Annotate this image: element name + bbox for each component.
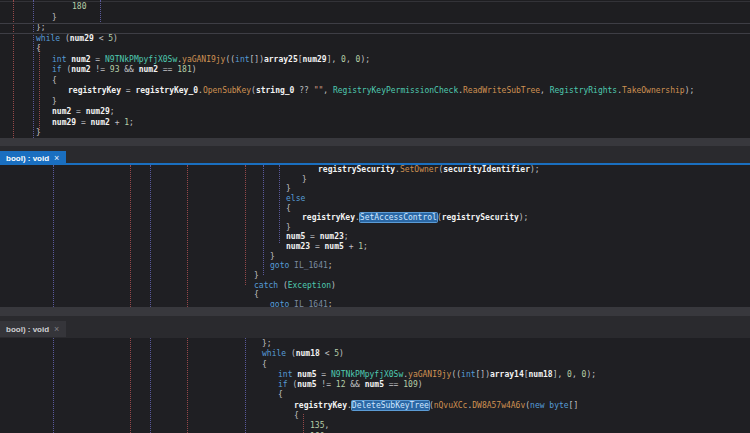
- code-token: !=: [317, 380, 336, 389]
- code-line: {: [0, 44, 750, 55]
- code-token: num29: [86, 107, 110, 116]
- code-token: while: [262, 349, 286, 358]
- code-token: N9TNkPMpyfjX0Sw: [105, 55, 177, 64]
- tab-label: bool) : void: [6, 325, 49, 334]
- code-token: }: [286, 223, 291, 232]
- code-token: ,: [346, 55, 356, 64]
- code-line: {: [0, 390, 750, 400]
- code-token: num5: [365, 380, 384, 389]
- code-token: };: [36, 23, 46, 32]
- code-editor-middle[interactable]: registrySecurity.SetOwner(securityIdenti…: [0, 165, 750, 307]
- code-line: else: [0, 194, 750, 204]
- code-line: int num5 = N9TNkPMpyfjX0Sw.yaGANI9jy((in…: [0, 370, 750, 380]
- code-token: RegistryRights: [550, 86, 617, 95]
- code-token: string_0: [256, 86, 295, 95]
- code-token: +: [344, 242, 358, 251]
- code-line: }: [0, 13, 750, 24]
- code-token: 12: [336, 380, 346, 389]
- code-token: }: [36, 128, 41, 137]
- code-token: }: [286, 184, 291, 193]
- code-token: =: [71, 107, 85, 116]
- code-token: 93: [110, 65, 120, 74]
- code-line: {: [0, 76, 750, 87]
- code-token: ): [192, 65, 197, 74]
- code-token: =: [91, 55, 105, 64]
- tab-bool-void-inactive[interactable]: bool) : void ×: [0, 321, 66, 337]
- code-token: N9TNkPMpyfjX0Sw: [331, 370, 403, 379]
- code-token: &&: [345, 380, 364, 389]
- code-token: num18: [296, 349, 320, 358]
- horizontal-splitter[interactable]: [0, 138, 750, 146]
- code-token: num23: [320, 232, 344, 241]
- code-token: );: [586, 370, 596, 379]
- code-line: registryKey.SetAccessControl(registrySec…: [0, 213, 750, 223]
- code-line: };: [0, 23, 750, 34]
- code-token: IL_1641: [294, 261, 328, 270]
- code-token: ): [113, 34, 118, 43]
- code-line: {: [0, 290, 750, 300]
- code-token: }: [52, 97, 57, 106]
- code-editor-bottom[interactable]: };while (num18 < 5){int num5 = N9TNkPMpy…: [0, 338, 750, 433]
- code-token: (: [60, 34, 70, 43]
- code-token: num2: [71, 55, 90, 64]
- code-token: 180: [72, 2, 86, 11]
- code-line: {: [0, 411, 750, 421]
- code-line: 180: [0, 2, 750, 13]
- code-token: num2: [71, 65, 90, 74]
- code-editor-top[interactable]: 180}};while (num29 < 5){int num2 = N9TNk…: [0, 0, 750, 138]
- code-token: goto: [270, 261, 289, 270]
- code-line: num29 = num2 + 1;: [0, 118, 750, 129]
- code-line: catch (Exception): [0, 281, 750, 291]
- code-token: {: [254, 290, 259, 299]
- code-token: num29: [70, 34, 94, 43]
- code-token: ;: [328, 261, 333, 270]
- code-token: (: [62, 65, 72, 74]
- code-token: array25: [264, 55, 298, 64]
- code-token: IL_1641: [294, 300, 328, 307]
- code-token: ((: [451, 370, 461, 379]
- code-token: DW8A57w4A6v: [472, 401, 525, 410]
- code-token: {: [262, 360, 267, 369]
- code-token: registrySecurity: [442, 213, 519, 222]
- code-line: int num2 = N9TNkPMpyfjX0Sw.yaGANI9jy((in…: [0, 55, 750, 66]
- code-token: <: [94, 34, 108, 43]
- code-line: }: [0, 175, 750, 185]
- code-token: =: [317, 370, 331, 379]
- code-token: int: [235, 55, 249, 64]
- code-token: num5: [325, 242, 344, 251]
- code-token: ): [339, 349, 344, 358]
- code-token: ;: [110, 107, 115, 116]
- tab-close-icon[interactable]: ×: [54, 325, 59, 334]
- code-token: num23: [286, 242, 310, 251]
- code-token: registrySecurity: [318, 165, 395, 174]
- code-token: );: [519, 213, 529, 222]
- code-token: );: [360, 55, 370, 64]
- code-token: +: [110, 118, 124, 127]
- code-token: }: [254, 271, 259, 280]
- tab-close-icon[interactable]: ×: [54, 154, 59, 163]
- code-token: ,: [540, 86, 550, 95]
- code-token: num5: [286, 232, 305, 241]
- code-token: &&: [119, 65, 138, 74]
- code-line: {: [0, 360, 750, 370]
- code-token: ): [418, 380, 423, 389]
- code-token: ],: [553, 370, 567, 379]
- code-line: if (num2 != 93 && num2 == 181): [0, 65, 750, 76]
- highlighted-reference-token: SetAccessControl: [360, 213, 437, 222]
- code-token: else: [286, 194, 305, 203]
- code-token: {: [278, 390, 283, 399]
- code-token: 109: [403, 380, 417, 389]
- code-token: (: [288, 380, 298, 389]
- code-token: =: [310, 242, 324, 251]
- code-token: goto: [270, 300, 289, 307]
- code-token: }: [52, 13, 57, 22]
- code-line: registryKey = registryKey_0.OpenSubKey(s…: [0, 86, 750, 97]
- code-line: }: [0, 271, 750, 281]
- code-token: <: [320, 349, 334, 358]
- horizontal-splitter[interactable]: [0, 307, 750, 316]
- code-token: num5: [297, 380, 316, 389]
- code-token: {: [286, 204, 291, 213]
- code-line: while (num18 < 5): [0, 349, 750, 359]
- code-line: }: [0, 223, 750, 233]
- code-token: ;: [344, 232, 349, 241]
